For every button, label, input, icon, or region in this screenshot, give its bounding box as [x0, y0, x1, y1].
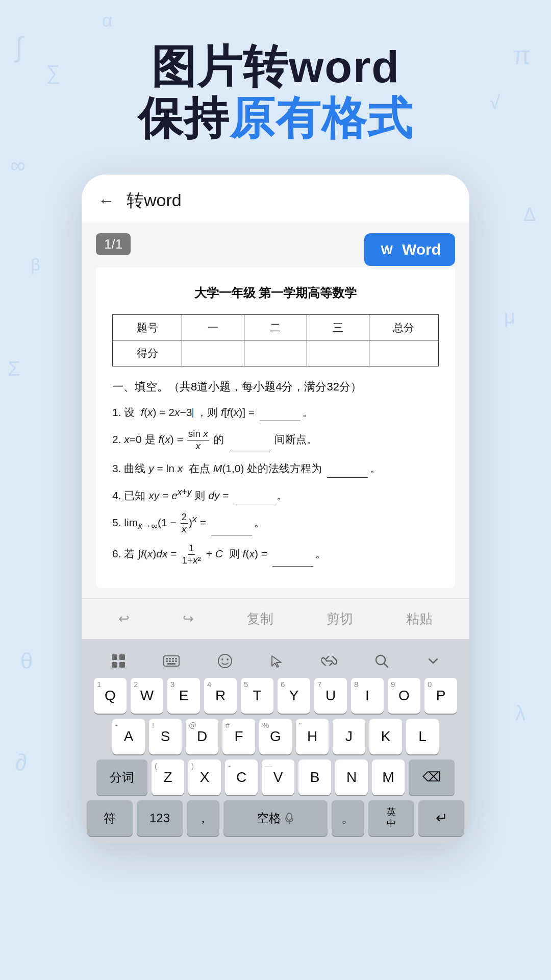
svg-point-16: [218, 654, 232, 668]
key-fenci[interactable]: 分词: [96, 760, 147, 795]
key-X[interactable]: )X: [188, 760, 221, 795]
key-Y[interactable]: 6Y: [278, 678, 310, 714]
key-A[interactable]: -A: [112, 719, 145, 754]
table-row2-4: [369, 340, 438, 366]
undo-button[interactable]: ↩: [112, 609, 136, 629]
svg-rect-7: [166, 658, 168, 659]
kb-cursor-icon[interactable]: [265, 651, 289, 671]
svg-rect-11: [166, 660, 168, 662]
key-W[interactable]: 2W: [131, 678, 163, 714]
svg-rect-8: [169, 658, 171, 659]
hero-line2-prefix: 保持: [138, 93, 230, 143]
table-header-0: 题号: [113, 314, 182, 340]
table-header-3: 三: [307, 314, 369, 340]
svg-marker-19: [272, 656, 281, 667]
svg-rect-4: [112, 662, 117, 668]
key-period[interactable]: 。: [332, 800, 364, 836]
keyboard-function-row: [82, 644, 469, 676]
svg-point-17: [221, 658, 223, 660]
key-H[interactable]: "H: [296, 719, 329, 754]
word-button-label: Word: [402, 241, 441, 258]
key-comma[interactable]: ，: [187, 800, 219, 836]
key-enter[interactable]: ↵: [418, 800, 464, 836]
kb-collapse-icon[interactable]: [421, 651, 445, 671]
app-header: ← 转word: [82, 175, 469, 223]
page-counter: 1/1: [96, 233, 131, 255]
kb-link-icon[interactable]: [316, 653, 342, 669]
key-Q[interactable]: 1Q: [94, 678, 127, 714]
app-title: 转word: [127, 189, 182, 212]
space-label: 空格: [257, 810, 281, 826]
score-table: 题号 一 二 三 总分 得分: [112, 314, 439, 367]
svg-rect-3: [119, 654, 125, 660]
phone-mockup: ← 转word 1/1 W Word 大学一年级 第一学期高等数学 题号: [82, 175, 469, 843]
key-language[interactable]: 英中: [368, 800, 414, 836]
math-item-3: 3. 曲线 y = ln x 在点 M(1,0) 处的法线方程为 。: [112, 459, 439, 478]
edit-toolbar: ↩ ↪ 复制 剪切 粘贴: [82, 598, 469, 639]
key-G[interactable]: %G: [259, 719, 292, 754]
math-item-2: 2. x=0 是 f(x) = sin xx 的 间断点。: [112, 428, 439, 452]
key-Z[interactable]: (Z: [152, 760, 184, 795]
key-D[interactable]: @D: [186, 719, 218, 754]
key-R[interactable]: 4R: [204, 678, 237, 714]
key-K[interactable]: K: [369, 719, 402, 754]
word-export-button[interactable]: W Word: [364, 233, 455, 266]
svg-rect-13: [172, 660, 174, 662]
key-M[interactable]: M: [372, 760, 405, 795]
key-P[interactable]: 0P: [424, 678, 457, 714]
table-row2-0: 得分: [113, 340, 182, 366]
svg-rect-5: [119, 662, 125, 668]
doc-title: 大学一年级 第一学期高等数学: [112, 282, 439, 304]
keyboard-bottom-row: 符 123 ， 空格 。 英中 ↵: [82, 800, 469, 843]
key-space[interactable]: 空格: [223, 800, 328, 836]
key-O[interactable]: 9O: [388, 678, 420, 714]
cut-button[interactable]: 剪切: [320, 608, 359, 630]
redo-button[interactable]: ↪: [177, 609, 200, 629]
section-header: 一、填空。（共8道小题，每小题4分，满分32分）: [112, 377, 439, 397]
svg-line-22: [384, 664, 388, 667]
table-row2-1: [182, 340, 244, 366]
key-F[interactable]: #F: [222, 719, 255, 754]
kb-search-icon[interactable]: [369, 651, 394, 671]
kb-emoji-icon[interactable]: [212, 650, 238, 672]
keyboard-row-1: 1Q 2W 3E 4R 5T 6Y 7U 8I 9O 0P: [87, 678, 464, 714]
kb-keyboard-icon[interactable]: [158, 652, 185, 670]
keyboard-row-2: -A !S @D #F %G "H J K L: [87, 719, 464, 754]
svg-rect-9: [172, 658, 174, 659]
key-123[interactable]: 123: [137, 800, 183, 836]
document-content: 大学一年级 第一学期高等数学 题号 一 二 三 总分 得分: [96, 267, 455, 587]
keyboard-row-3: 分词 (Z )X -C —V B N M ⌫: [87, 760, 464, 795]
key-B[interactable]: B: [298, 760, 331, 795]
table-header-1: 一: [182, 314, 244, 340]
key-T[interactable]: 5T: [241, 678, 273, 714]
key-I[interactable]: 8I: [351, 678, 384, 714]
table-row2-2: [244, 340, 307, 366]
word-icon: W: [379, 240, 397, 259]
key-E[interactable]: 3E: [167, 678, 200, 714]
back-button[interactable]: ←: [98, 191, 114, 210]
svg-point-23: [287, 813, 292, 820]
key-N[interactable]: N: [335, 760, 368, 795]
hero-line1: 图片转word: [138, 41, 413, 92]
key-U[interactable]: 7U: [314, 678, 347, 714]
key-symbol[interactable]: 符: [87, 800, 133, 836]
svg-rect-14: [175, 660, 177, 662]
key-delete[interactable]: ⌫: [409, 760, 455, 795]
key-J[interactable]: J: [333, 719, 365, 754]
mic-icon: [284, 812, 294, 824]
key-V[interactable]: —V: [262, 760, 294, 795]
keyboard: 1Q 2W 3E 4R 5T 6Y 7U 8I 9O 0P -A !S @D #…: [82, 639, 469, 843]
svg-rect-15: [167, 663, 176, 665]
kb-grid-icon[interactable]: [106, 650, 131, 672]
paste-button[interactable]: 粘贴: [400, 608, 439, 630]
table-header-2: 二: [244, 314, 307, 340]
copy-button[interactable]: 复制: [241, 608, 280, 630]
key-S[interactable]: !S: [149, 719, 182, 754]
key-L[interactable]: L: [406, 719, 439, 754]
svg-rect-12: [169, 660, 171, 662]
math-item-5: 5. limx→∞(1 − 2x)x = 。: [112, 511, 439, 535]
math-item-4: 4. 已知 xy = ex+y 则 dy = 。: [112, 485, 439, 505]
key-C[interactable]: -C: [225, 760, 258, 795]
table-header-4: 总分: [369, 314, 438, 340]
table-row2-3: [307, 340, 369, 366]
